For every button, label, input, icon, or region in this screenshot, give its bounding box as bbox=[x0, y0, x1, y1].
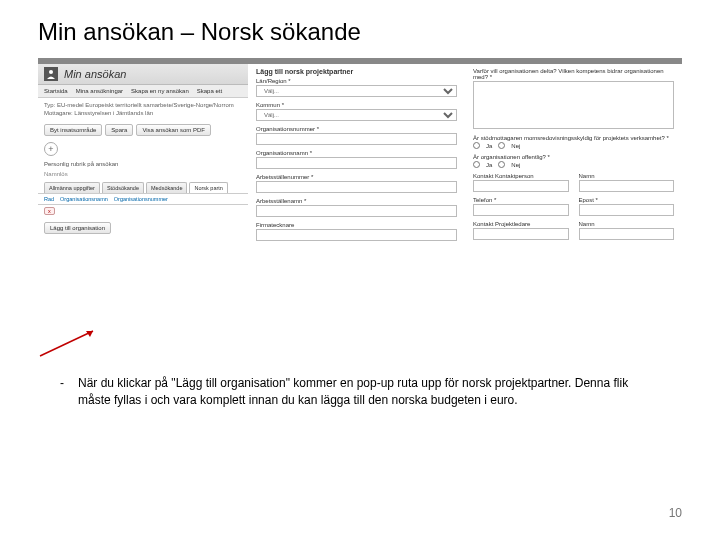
epost-label: Epost * bbox=[579, 197, 675, 203]
moms-label: Är stödmottagaren momsredovisningsskyldi… bbox=[473, 135, 674, 141]
moms-ja-radio[interactable] bbox=[473, 142, 480, 149]
table-row: x bbox=[38, 205, 248, 216]
popup-dialog: Lägg till norsk projektpartner Län/Regio… bbox=[248, 64, 682, 250]
tabs-row: Allmänna uppgifter Stödsökande Medsökand… bbox=[38, 179, 248, 193]
orgnamn-input[interactable] bbox=[256, 157, 457, 169]
svg-point-0 bbox=[49, 70, 53, 74]
add-icon[interactable]: + bbox=[44, 142, 58, 156]
app-screenshot: Min ansökan Startsida Mina ansökningar S… bbox=[38, 58, 682, 250]
off-nej-label: Nej bbox=[511, 162, 520, 168]
kommun-select[interactable]: Välj... bbox=[256, 109, 457, 121]
firma-input[interactable] bbox=[256, 229, 457, 241]
popup-left-col: Lägg till norsk projektpartner Län/Regio… bbox=[248, 64, 465, 250]
lan-select[interactable]: Välj... bbox=[256, 85, 457, 97]
orgnr-input[interactable] bbox=[256, 133, 457, 145]
arbnr-input[interactable] bbox=[256, 181, 457, 193]
popup-right-col: Varför vill organisationen delta? Vilken… bbox=[465, 64, 682, 250]
namnlos-value: Namnlös bbox=[38, 169, 248, 179]
annotation-arrow-icon bbox=[38, 328, 98, 358]
kontakt-kp-input[interactable] bbox=[473, 180, 569, 192]
kommun-label: Kommun * bbox=[256, 102, 457, 108]
delete-row-icon[interactable]: x bbox=[44, 207, 55, 215]
varfor-textarea[interactable] bbox=[473, 81, 674, 129]
table-header: Rad Organisationsnamn Organisationsnumme… bbox=[38, 193, 248, 205]
toolbar-row: Byt insatsområde Spara Visa ansökan som … bbox=[38, 121, 248, 139]
moms-ja-label: Ja bbox=[486, 143, 492, 149]
off-nej-radio[interactable] bbox=[498, 161, 505, 168]
offentlig-label: Är organisationen offentlig? * bbox=[473, 154, 674, 160]
off-ja-label: Ja bbox=[486, 162, 492, 168]
col-orgnamn: Organisationsnamn bbox=[60, 196, 108, 202]
slide-bullet: -När du klickar på "Lägg till organisati… bbox=[60, 375, 670, 409]
meta-typ: Typ: EU-medel Europeiskt territoriellt s… bbox=[44, 101, 242, 109]
spara-button[interactable]: Spara bbox=[105, 124, 133, 136]
namn2-input[interactable] bbox=[579, 228, 675, 240]
svg-line-1 bbox=[40, 331, 93, 356]
moms-nej-radio[interactable] bbox=[498, 142, 505, 149]
arbnr-label: Arbetsställenummer * bbox=[256, 174, 457, 180]
varfor-label: Varför vill organisationen delta? Vilken… bbox=[473, 68, 674, 80]
col-rad: Rad bbox=[44, 196, 54, 202]
firma-label: Firmatecknare bbox=[256, 222, 457, 228]
menu-nytt[interactable]: Skapa ett bbox=[197, 88, 222, 94]
col-orgnr: Organisationsnummer bbox=[114, 196, 168, 202]
slide-title: Min ansökan – Norsk sökande bbox=[38, 18, 682, 46]
lan-label: Län/Region * bbox=[256, 78, 457, 84]
tab-stodsokande[interactable]: Stödsökande bbox=[102, 182, 144, 193]
menu-mina[interactable]: Mina ansökningar bbox=[76, 88, 123, 94]
namn-input[interactable] bbox=[579, 180, 675, 192]
tab-medsokande[interactable]: Medsökande bbox=[146, 182, 188, 193]
kontakt-pl-input[interactable] bbox=[473, 228, 569, 240]
epost-input[interactable] bbox=[579, 204, 675, 216]
telefon-label: Telefon * bbox=[473, 197, 569, 203]
popup-title: Lägg till norsk projektpartner bbox=[256, 68, 457, 75]
byt-button[interactable]: Byt insatsområde bbox=[44, 124, 102, 136]
off-ja-radio[interactable] bbox=[473, 161, 480, 168]
rubrik-label: Personlig rubrik på ansökan bbox=[38, 159, 248, 169]
tab-norsk[interactable]: Norsk partn bbox=[189, 182, 227, 193]
app-header: Min ansökan bbox=[38, 64, 248, 85]
menu-bar: Startsida Mina ansökningar Skapa en ny a… bbox=[38, 85, 248, 98]
app-left-pane: Min ansökan Startsida Mina ansökningar S… bbox=[38, 64, 248, 250]
orgnr-label: Organisationsnummer * bbox=[256, 126, 457, 132]
bullet-text: När du klickar på "Lägg till organisatio… bbox=[78, 375, 658, 409]
orgnamn-label: Organisationsnamn * bbox=[256, 150, 457, 156]
namn2-label: Namn bbox=[579, 221, 675, 227]
arbnamn-label: Arbetsställenamn * bbox=[256, 198, 457, 204]
arbnamn-input[interactable] bbox=[256, 205, 457, 217]
add-org-row: Lägg till organisation bbox=[44, 222, 242, 234]
moms-nej-label: Nej bbox=[511, 143, 520, 149]
menu-startsida[interactable]: Startsida bbox=[44, 88, 68, 94]
pdf-button[interactable]: Visa ansökan som PDF bbox=[136, 124, 211, 136]
app-name: Min ansökan bbox=[64, 68, 126, 80]
meta-mottagare: Mottagare: Länsstyrelsen i Jämtlands län bbox=[44, 109, 242, 117]
page-number: 10 bbox=[669, 506, 682, 520]
menu-skapa[interactable]: Skapa en ny ansökan bbox=[131, 88, 189, 94]
namn-label: Namn bbox=[579, 173, 675, 179]
kontakt-pl-label: Kontakt Projektledare bbox=[473, 221, 569, 227]
tab-allmanna[interactable]: Allmänna uppgifter bbox=[44, 182, 100, 193]
telefon-input[interactable] bbox=[473, 204, 569, 216]
kontakt-kp-label: Kontakt Kontaktperson bbox=[473, 173, 569, 179]
meta-info: Typ: EU-medel Europeiskt territoriellt s… bbox=[38, 98, 248, 121]
add-org-button[interactable]: Lägg till organisation bbox=[44, 222, 111, 234]
app-logo-icon bbox=[44, 67, 58, 81]
